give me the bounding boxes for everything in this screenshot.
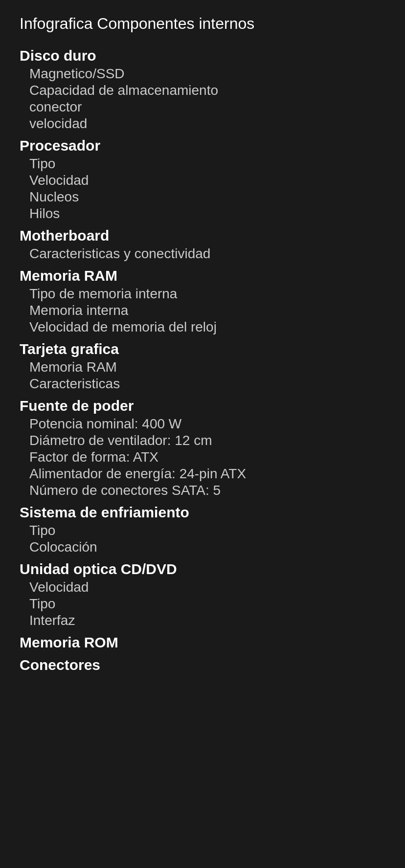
section-0-item-3: velocidad — [20, 116, 385, 132]
section-5-item-4: Número de conectores SATA: 5 — [20, 483, 385, 498]
section-0-item-0: Magnetico/SSD — [20, 66, 385, 82]
section-header-1: Procesador — [20, 137, 385, 154]
section-header-8: Memoria ROM — [20, 634, 385, 651]
section-1-item-2: Nucleos — [20, 189, 385, 205]
section-header-9: Conectores — [20, 657, 385, 673]
section-5-item-3: Alimentador de energía: 24-pin ATX — [20, 466, 385, 482]
section-header-3: Memoria RAM — [20, 267, 385, 284]
section-2-item-0: Caracteristicas y conectividad — [20, 246, 385, 262]
section-5-item-1: Diámetro de ventilador: 12 cm — [20, 433, 385, 448]
sections-container: Disco duroMagnetico/SSDCapacidad de alma… — [20, 47, 385, 673]
section-1-item-1: Velocidad — [20, 173, 385, 188]
page-title: Infografica Componentes internos — [20, 15, 385, 33]
section-3-item-2: Velocidad de memoria del reloj — [20, 319, 385, 335]
section-5-item-0: Potencia nominal: 400 W — [20, 416, 385, 432]
section-header-4: Tarjeta grafica — [20, 341, 385, 357]
section-header-7: Unidad optica CD/DVD — [20, 561, 385, 578]
section-header-2: Motherboard — [20, 227, 385, 244]
section-header-6: Sistema de enfriamiento — [20, 504, 385, 521]
section-3-item-0: Tipo de memoria interna — [20, 286, 385, 302]
section-3-item-1: Memoria interna — [20, 303, 385, 318]
section-4-item-0: Memoria RAM — [20, 359, 385, 375]
section-4-item-1: Caracteristicas — [20, 376, 385, 392]
section-6-item-1: Colocación — [20, 539, 385, 555]
section-5-item-2: Factor de forma: ATX — [20, 449, 385, 465]
section-7-item-2: Interfaz — [20, 613, 385, 628]
section-header-5: Fuente de poder — [20, 398, 385, 414]
section-7-item-0: Velocidad — [20, 579, 385, 595]
section-1-item-3: Hilos — [20, 206, 385, 222]
section-6-item-0: Tipo — [20, 523, 385, 538]
section-0-item-1: Capacidad de almacenamiento — [20, 83, 385, 98]
section-1-item-0: Tipo — [20, 156, 385, 172]
section-7-item-1: Tipo — [20, 596, 385, 612]
section-header-0: Disco duro — [20, 47, 385, 64]
section-0-item-2: conector — [20, 99, 385, 115]
